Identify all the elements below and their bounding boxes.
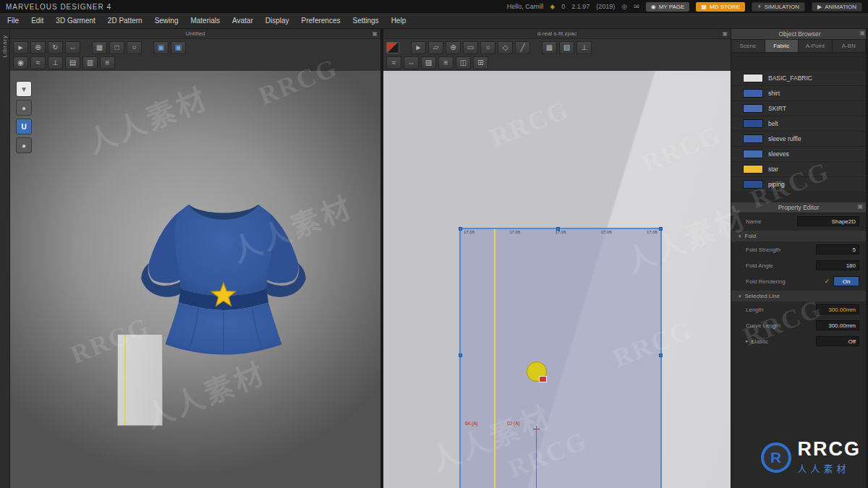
transform-pattern-tool-icon[interactable]: ►	[411, 41, 426, 54]
measure-guide-line	[536, 429, 537, 488]
display-options-icon[interactable]: ≡	[100, 56, 115, 69]
fabric-color-icon[interactable]	[386, 42, 399, 53]
tab-fabric[interactable]: Fabric	[765, 40, 799, 53]
floating-pattern-piece[interactable]	[117, 334, 163, 426]
curve-length-label: Curve Length	[746, 322, 816, 329]
menu-item-edit[interactable]: Edit	[31, 17, 43, 25]
fabric-item-basic-fabric[interactable]: BASIC_FABRIC	[731, 71, 866, 86]
scale-gizmo-icon[interactable]: ⇔	[65, 41, 80, 54]
fabric-item-skirt[interactable]: SKIRT	[731, 101, 866, 116]
md-store-button[interactable]: ▦ MD STORE	[696, 2, 745, 12]
tab-scene[interactable]: Scene	[731, 40, 765, 53]
fold-strength-field[interactable]: 5	[816, 244, 859, 254]
panel-menu-icon[interactable]: ▣	[722, 29, 728, 39]
rotate-gizmo-icon[interactable]: ↻	[48, 41, 63, 54]
tack-tool-icon[interactable]: ⊥	[48, 56, 63, 69]
wind-tool-icon[interactable]: ≈	[30, 56, 46, 69]
selected-pattern-piece[interactable]: 17.06 17.06 17.06 17.06 17.06 64 (A) 60 …	[459, 228, 662, 488]
property-editor-header: Property Editor ▣	[731, 202, 866, 213]
pattern-handle[interactable]	[659, 227, 663, 231]
pattern-handle[interactable]	[459, 227, 462, 231]
fabric-item-piping[interactable]: piping	[731, 177, 866, 192]
3d-canvas[interactable]: ▼ ● U ●	[10, 71, 380, 488]
rectangle-pattern-tool-icon[interactable]: ▭	[463, 41, 478, 54]
mesh-select-tool-icon[interactable]: ▦	[92, 41, 107, 54]
fabric-name: sleeve ruffle	[768, 135, 801, 142]
panel-menu-icon[interactable]: ▣	[859, 30, 865, 36]
pattern-handle[interactable]	[459, 354, 462, 357]
lasso-select-tool-icon[interactable]: ○	[127, 41, 142, 54]
grading-tool-icon[interactable]: ▦	[542, 41, 557, 54]
mail-icon[interactable]: ✉	[634, 3, 639, 10]
selected-line-section-header[interactable]: ▾ Selected Line	[731, 291, 866, 301]
show-seams-toggle-icon[interactable]: ≡	[438, 56, 454, 69]
notch-tool-icon[interactable]: ⊥	[576, 41, 592, 54]
line-length-field[interactable]: 300.00mm	[816, 304, 859, 314]
elastic-field[interactable]: Off	[816, 336, 859, 346]
line-length-row: Length 300.00mm	[731, 301, 866, 317]
sync-3d-toggle-icon[interactable]: ▣	[171, 41, 186, 54]
menu-item-file[interactable]: File	[7, 17, 19, 25]
panel-menu-icon[interactable]: ▣	[372, 29, 378, 39]
add-point-tool-icon[interactable]: ⊕	[446, 41, 461, 54]
circle-pattern-tool-icon[interactable]: ○	[480, 41, 495, 54]
viewport-3d: Untitled ▣ ► ⊕ ↻ ⇔ ▦ □ ○ ▣ ▣ ◉ ≈ ⊥ ▤	[10, 29, 380, 488]
show-garment-toggle-icon[interactable]: ▥	[82, 56, 98, 69]
edge-measurement: 17.06	[647, 230, 658, 234]
my-page-button[interactable]: ◉ MY PAGE	[646, 2, 690, 12]
library-tab[interactable]: Library	[1, 35, 8, 57]
menu-item-display[interactable]: Display	[265, 17, 289, 25]
box-select-tool-icon[interactable]: □	[109, 41, 124, 54]
texture-tool-icon[interactable]: ▨	[421, 56, 436, 69]
line-length-label: Length	[746, 307, 816, 313]
fold-angle-field[interactable]: 180	[816, 260, 859, 270]
free-sew-tool-icon[interactable]: ⇔	[404, 56, 419, 69]
fabric-item-star[interactable]: star	[731, 162, 866, 177]
menu-item-materials[interactable]: Materials	[190, 17, 220, 25]
fabric-item-shirt[interactable]: shirt	[731, 86, 866, 101]
menu-item-preferences[interactable]: Preferences	[302, 17, 341, 25]
play-icon: ▶	[817, 4, 822, 10]
simulation-button[interactable]: ⚡ SIMULATION	[752, 2, 805, 12]
name-field[interactable]: Shape2D	[797, 216, 859, 226]
internal-line-tool-icon[interactable]: ╱	[515, 41, 530, 54]
select-tool-icon[interactable]: ►	[13, 41, 28, 54]
fabric-swatch	[743, 180, 763, 189]
tab-a-bn[interactable]: A-BN	[833, 40, 867, 53]
grading-view-icon[interactable]: ▧	[559, 41, 574, 54]
dart-tool-icon[interactable]: ◇	[498, 41, 513, 54]
menu-item-sewing[interactable]: Sewing	[155, 17, 179, 25]
pin-tool-icon[interactable]: ◉	[13, 56, 28, 69]
avatar-library-icon[interactable]: ●	[16, 100, 32, 116]
garment-library-icon[interactable]: ▼	[16, 81, 32, 97]
show-grid-toggle-icon[interactable]: ◫	[456, 56, 471, 69]
head-library-icon[interactable]: ●	[16, 137, 32, 153]
animation-button[interactable]: ▶ ANIMATION	[812, 2, 862, 12]
fold-rendering-toggle[interactable]: On	[833, 276, 859, 286]
tab-a-point[interactable]: A-Point	[799, 40, 833, 53]
menu-item-2d-pattern[interactable]: 2D Pattern	[108, 17, 142, 25]
pattern-handle[interactable]	[659, 354, 663, 357]
fabric-item-sleeve-ruffle[interactable]: sleeve ruffle	[731, 132, 866, 147]
panel-layout-icon[interactable]: ⊞	[473, 56, 488, 69]
fabric-item-sleeves[interactable]: sleeves	[731, 147, 866, 162]
menu-item-settings[interactable]: Settings	[352, 17, 378, 25]
move-gizmo-icon[interactable]: ⊕	[30, 41, 46, 54]
fold-section-header[interactable]: ▾ Fold	[731, 231, 866, 241]
2d-canvas[interactable]: 17.06 17.06 17.06 17.06 17.06 64 (A) 60 …	[383, 71, 731, 488]
lightning-icon: ⚡	[757, 4, 762, 10]
show-avatar-toggle-icon[interactable]: ▤	[65, 56, 80, 69]
library-u-icon[interactable]: U	[16, 119, 32, 134]
internal-line[interactable]	[494, 229, 495, 488]
fabric-item-belt[interactable]: belt	[731, 116, 866, 132]
sync-2d-toggle-icon[interactable]: ▣	[153, 41, 169, 54]
right-panel: Object Browser ▣ Scene Fabric A-Point A-…	[731, 29, 868, 488]
segment-sew-tool-icon[interactable]: ≈	[386, 56, 401, 69]
menu-item-3d-garment[interactable]: 3D Garment	[56, 17, 95, 25]
curve-length-field[interactable]: 300.00mm	[816, 320, 859, 330]
menu-item-help[interactable]: Help	[391, 17, 407, 25]
panel-menu-icon[interactable]: ▣	[857, 203, 863, 210]
edit-pattern-tool-icon[interactable]: ▱	[428, 41, 443, 54]
menu-item-avatar[interactable]: Avatar	[232, 17, 253, 25]
notification-icon[interactable]: ◎	[621, 3, 627, 10]
